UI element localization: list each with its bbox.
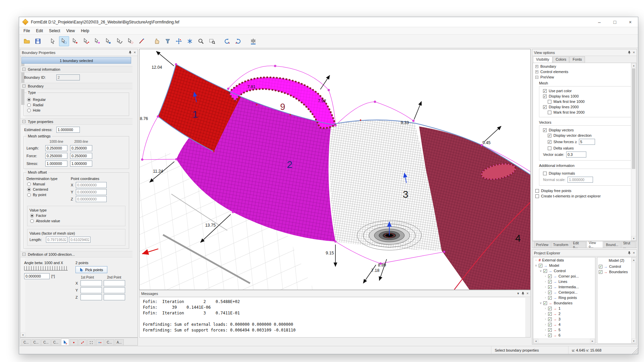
checkbox[interactable]: ✓ xyxy=(548,317,552,321)
expander-icon[interactable]: ∨ xyxy=(539,269,542,273)
select-tool-button[interactable] xyxy=(48,36,58,46)
collapse-icon[interactable]: − xyxy=(22,68,25,71)
expander-icon[interactable]: ∨ xyxy=(535,264,537,267)
estimated-stress-field[interactable] xyxy=(56,127,80,133)
stress-1000-field[interactable] xyxy=(45,161,67,167)
filter-tool-button[interactable] xyxy=(163,36,173,46)
dock-tab-links-icon[interactable] xyxy=(96,339,104,345)
dock-tab-boundary[interactable]: Bound... xyxy=(604,242,620,248)
menu-select[interactable]: Select xyxy=(46,28,63,34)
dock-tab-strut[interactable]: Strut ... xyxy=(621,242,636,248)
summary-item-control[interactable]: ✓ → Control xyxy=(597,264,636,269)
check-mark-first-line-1000[interactable]: Mark first line 1000 xyxy=(548,100,629,104)
radio-by-point[interactable]: By point xyxy=(27,193,67,197)
expander-icon[interactable]: › xyxy=(544,307,547,310)
dock-tab-transform[interactable]: Transform xyxy=(551,242,570,248)
close-button[interactable]: × xyxy=(623,17,638,27)
move-point-tool-button[interactable] xyxy=(174,36,184,46)
tree-item-external-data[interactable]: › # External data xyxy=(533,257,595,263)
select-line-tool-button[interactable] xyxy=(81,36,91,46)
messages-log[interactable]: Fofin: Iteration 2 0.5488E+02 Fofin: 39 … xyxy=(140,297,525,337)
tree-item-boundary-4[interactable]: › ✓ → 4 xyxy=(533,322,595,327)
control-checkbox[interactable]: ✓ xyxy=(543,269,547,273)
summary-item-boundaries[interactable]: ✓ → Boundaries xyxy=(597,269,636,275)
tree-item-boundary-5[interactable]: › ✓ → 5 xyxy=(533,327,595,333)
pin-icon[interactable] xyxy=(128,51,132,54)
force-2000-field[interactable] xyxy=(70,153,92,159)
pick-points-button[interactable]: Pick points xyxy=(75,266,107,273)
tree-item-boundary[interactable]: + Boundary xyxy=(535,64,634,68)
close-icon[interactable]: × xyxy=(134,51,136,54)
section-definition[interactable]: − Definition of 1000-direction... xyxy=(20,251,132,257)
model-checkbox[interactable]: ✓ xyxy=(539,264,542,267)
pan-tool-button[interactable] xyxy=(152,36,162,46)
boundary-id-field[interactable] xyxy=(56,74,80,80)
radio-absolute-value[interactable]: Absolute value xyxy=(30,219,122,223)
check-display-vector-direction[interactable]: ✓Display vector direction xyxy=(548,133,629,137)
tree-item-ring-points[interactable]: › ✓ → Ring points xyxy=(533,295,595,300)
dock-tab-3[interactable]: C... xyxy=(41,339,51,345)
tree-item-boundary-3[interactable]: › ✓ → 3 xyxy=(533,316,595,322)
length-2000-field[interactable] xyxy=(70,145,92,151)
save-button[interactable] xyxy=(33,36,43,46)
tree-item-lines[interactable]: › ✓ → Lines xyxy=(533,279,595,284)
dock-tab-preview[interactable]: PreView xyxy=(534,242,550,248)
snap-tool-button[interactable] xyxy=(185,36,195,46)
radio-radial[interactable]: Radial xyxy=(27,103,125,107)
radio-manual[interactable]: Manual xyxy=(27,182,67,186)
dock-tab-view-options[interactable]: View o... xyxy=(587,241,603,248)
length-1000-field[interactable] xyxy=(45,145,67,151)
expander-icon[interactable]: › xyxy=(544,312,547,315)
tab-colors[interactable]: Colors xyxy=(553,56,570,63)
checkbox[interactable]: ✓ xyxy=(548,323,552,326)
check-delta-values[interactable]: Delta values xyxy=(548,146,629,150)
values-length-2000-field[interactable] xyxy=(69,237,91,243)
section-boundary[interactable]: − Boundary xyxy=(20,83,132,89)
expander-icon[interactable]: ∨ xyxy=(539,301,542,305)
dock-tab-points-icon[interactable] xyxy=(70,339,78,345)
rotate-right-button[interactable] xyxy=(233,36,243,46)
point1-x-field[interactable] xyxy=(80,280,102,286)
tree-item-corner-points[interactable]: › ✓ → Corner poi... xyxy=(533,274,595,279)
show-forces-field[interactable] xyxy=(579,139,595,145)
select-surface-tool-button[interactable] xyxy=(103,36,113,46)
scroll-right-icon[interactable]: ► xyxy=(590,339,595,344)
expander-icon[interactable]: › xyxy=(544,291,547,294)
3d-scene[interactable]: 12.04 8.76 7.81 7.92 9.33 9.45 11.24 13.… xyxy=(140,49,530,290)
expand-icon[interactable]: + xyxy=(535,65,538,68)
select-multi-tool-button[interactable] xyxy=(114,36,124,46)
pin-icon[interactable] xyxy=(628,51,631,54)
section-general-information[interactable]: − General information xyxy=(20,66,132,72)
menu-file[interactable]: File xyxy=(20,28,33,34)
point-z-field[interactable] xyxy=(76,196,107,202)
expander-icon[interactable]: › xyxy=(544,323,547,326)
dock-tab-5[interactable]: C... xyxy=(105,339,114,345)
angle-field[interactable] xyxy=(24,273,50,279)
point-y-field[interactable] xyxy=(76,189,107,195)
select-boundary-tool-button[interactable] xyxy=(92,36,102,46)
check-display-free-points[interactable]: Display free points xyxy=(535,189,634,193)
values-length-1000-field[interactable] xyxy=(46,237,67,243)
collapse-icon[interactable]: − xyxy=(535,76,538,79)
radio-hole[interactable]: Hole xyxy=(27,108,125,112)
section-type-properties[interactable]: − Type properties xyxy=(20,118,132,125)
radio-regular[interactable]: Regular xyxy=(27,98,125,102)
rotate-left-button[interactable] xyxy=(222,36,232,46)
checkbox[interactable]: ✓ xyxy=(548,275,552,278)
dock-tab-6[interactable]: A... xyxy=(115,339,124,345)
tree-item-boundary-6[interactable]: › ✓ → 6 xyxy=(533,333,595,338)
point2-y-field[interactable] xyxy=(104,287,125,293)
zoom-window-tool-button[interactable] xyxy=(207,36,217,46)
view-options-titlebar[interactable]: View options × xyxy=(532,49,637,56)
scroll-down-icon[interactable]: ▼ xyxy=(631,236,636,241)
minimize-button[interactable]: – xyxy=(592,17,607,27)
expand-icon[interactable]: + xyxy=(535,70,538,73)
expander-icon[interactable]: › xyxy=(544,328,547,331)
checkbox[interactable]: ✓ xyxy=(548,307,552,310)
check-mark-first-line-2000[interactable]: Mark first line 2000 xyxy=(548,110,629,114)
stress-2000-field[interactable] xyxy=(70,161,92,167)
scroll-thumb[interactable] xyxy=(632,68,635,169)
scroll-down-icon[interactable]: ▼ xyxy=(632,339,636,343)
tree-item-centerpoints[interactable]: › ✓ → Centerpoi... xyxy=(533,290,595,295)
chevron-down-icon[interactable]: ▾ xyxy=(517,292,519,295)
